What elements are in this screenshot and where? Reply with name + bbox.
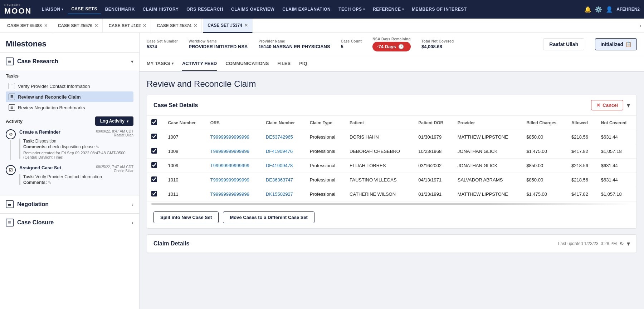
case-closure-label: Case Closure [17, 219, 54, 226]
nav-reference[interactable]: REFERENCE ▾ [369, 5, 408, 14]
row-not-covered: $631.44 [597, 159, 636, 173]
ors-link[interactable]: T99999999999999 [210, 163, 249, 168]
claim-number-link[interactable]: DF41909478 [266, 163, 293, 168]
row-ors[interactable]: T99999999999999 [206, 173, 262, 187]
nav-members[interactable]: MEMBERS OF INTEREST [408, 5, 470, 14]
nav-claims-overview[interactable]: CLAIMS OVERVIEW [228, 5, 278, 14]
user-avatar-icon[interactable]: 👤 [606, 6, 613, 13]
task-review-benchmarks[interactable]: ☰ Review Negotiation Benchmarks [6, 102, 133, 113]
close-icon[interactable]: ✕ [244, 23, 248, 28]
row-claim-type: Professional [306, 130, 345, 144]
row-checkbox-cell[interactable] [147, 187, 164, 201]
claim-number-link[interactable]: DF41909476 [266, 149, 293, 154]
status-button[interactable]: Initialized 📋 [595, 38, 637, 50]
move-cases-button[interactable]: Move Cases to a Different Case Set [223, 211, 314, 223]
row-checkbox-cell[interactable] [147, 144, 164, 159]
nav-tech-ops[interactable]: TECH OPS ▾ [335, 5, 369, 14]
row-checkbox[interactable] [151, 148, 157, 154]
row-claim-number[interactable]: DF41909478 [262, 159, 306, 173]
subtab-piq[interactable]: PIQ [299, 56, 307, 71]
row-checkbox[interactable] [151, 162, 157, 168]
task-review-reconcile[interactable]: ☰ Review and Reconcile Claim [6, 91, 133, 102]
row-checkbox[interactable] [151, 134, 157, 139]
row-ors[interactable]: T99999999999999 [206, 187, 262, 201]
case-set-number-value: 5374 [147, 44, 178, 49]
row-checkbox[interactable] [151, 176, 157, 182]
clock-icon: 🕐 [398, 44, 404, 49]
claim-number-link[interactable]: DE36363747 [266, 177, 293, 183]
row-ors[interactable]: T99999999999999 [206, 130, 262, 144]
tab-case-set-5488[interactable]: CASE SET #5488 ✕ [3, 19, 52, 33]
tab-case-set-5874[interactable]: CASE SET #5874 ✕ [152, 19, 202, 33]
row-ors[interactable]: T99999999999999 [206, 159, 262, 173]
milestone-negotiation-header[interactable]: ☰ Negotiation › [0, 195, 139, 213]
milestone-case-research-header[interactable]: ☰ Case Research ▾ [0, 53, 139, 70]
settings-icon[interactable]: ⚙️ [595, 6, 602, 13]
close-icon[interactable]: ✕ [194, 23, 197, 28]
activity-name: Assigned Case Set [19, 165, 61, 170]
case-set-number-block: Case Set Number 5374 [147, 39, 178, 49]
assignee-button[interactable]: Raafat Ullah [543, 38, 584, 50]
close-icon[interactable]: ✕ [143, 23, 146, 28]
refresh-icon[interactable]: ↻ [620, 241, 624, 246]
nav-claim-explanation[interactable]: CLAIM EXPLANATION [279, 5, 334, 14]
logo[interactable]: Naviguard. MOON [4, 3, 31, 16]
table-row: 1009 T99999999999999 DF41909478 Professi… [147, 159, 636, 173]
row-checkbox[interactable] [151, 191, 157, 196]
row-claim-type: Professional [306, 159, 345, 173]
row-claim-number[interactable]: DE36363747 [262, 173, 306, 187]
row-case-number: 1010 [164, 173, 206, 187]
ors-link[interactable]: T99999999999999 [210, 149, 249, 154]
row-provider: MATTHEW LIPPSTONE [453, 130, 522, 144]
activity-user: Cherie Sklar [96, 169, 133, 173]
cancel-button[interactable]: ✕ Cancel [591, 100, 623, 110]
case-count-label: Case Count [341, 39, 362, 43]
edit-icon[interactable]: ✎ [48, 180, 51, 185]
notifications-icon[interactable]: 🔔 [584, 6, 591, 13]
subtab-my-tasks[interactable]: MY TASKS ▾ [147, 56, 174, 71]
chevron-down-icon: ▾ [172, 61, 174, 65]
task-verify-contact[interactable]: ☰ Verify Provider Contact Information [6, 81, 133, 91]
clipboard-icon: 📋 [625, 41, 631, 47]
case-research-body: Tasks ☰ Verify Provider Contact Informat… [0, 70, 139, 195]
ors-link[interactable]: T99999999999999 [210, 191, 249, 197]
case-count-block: Case Count 5 [341, 39, 362, 49]
nav-case-sets[interactable]: CASE SETS [68, 4, 101, 14]
row-claim-number[interactable]: DF41909476 [262, 144, 306, 159]
provider-name-label: Provider Name [258, 39, 330, 43]
claim-number-link[interactable]: DE53742965 [266, 134, 293, 140]
claim-details-header: Claim Details Last updated 1/23/23, 3:28… [147, 235, 636, 253]
close-icon[interactable]: ✕ [94, 23, 98, 28]
claim-number-link[interactable]: DK15502927 [266, 191, 293, 197]
subtab-files[interactable]: FILES [277, 56, 291, 71]
collapse-button[interactable]: ▾ [627, 101, 630, 109]
split-case-set-button[interactable]: Split into New Case Set [153, 211, 219, 223]
username[interactable]: AFEHREN2 [616, 7, 640, 12]
select-all-checkbox[interactable] [151, 119, 157, 125]
row-checkbox-cell[interactable] [147, 173, 164, 187]
row-checkbox-cell[interactable] [147, 159, 164, 173]
close-icon[interactable]: ✕ [44, 23, 48, 28]
nav-benchmark[interactable]: BENCHMARK [102, 5, 138, 14]
ors-link[interactable]: T99999999999999 [210, 134, 249, 140]
nav-ors-research[interactable]: ORS RESEARCH [183, 5, 227, 14]
tab-case-set-5374[interactable]: CASE SET #5374 ✕ [203, 19, 253, 33]
log-activity-button[interactable]: Log Activity ▾ [95, 116, 133, 126]
main-layout: Milestones ☰ Case Research ▾ Tasks ☰ Ver… [0, 33, 644, 309]
edit-icon[interactable]: ✎ [96, 145, 99, 149]
row-claim-number[interactable]: DE53742965 [262, 130, 306, 144]
row-checkbox-cell[interactable] [147, 130, 164, 144]
nav-liaison[interactable]: LIAISON ▾ [38, 5, 67, 14]
nav-claim-history[interactable]: CLAIM HISTORY [139, 5, 182, 14]
row-ors[interactable]: T99999999999999 [206, 144, 262, 159]
subtab-communications[interactable]: COMMUNICATIONS [225, 56, 269, 71]
more-tabs-icon[interactable]: › [639, 23, 641, 29]
collapse-claim-details-button[interactable]: ▾ [627, 240, 630, 248]
tab-case-set-5576[interactable]: CASE SET #5576 ✕ [54, 19, 103, 33]
col-checkbox [147, 116, 164, 130]
subtab-activity-feed[interactable]: ACTIVITY FEED [182, 56, 217, 71]
row-claim-number[interactable]: DK15502927 [262, 187, 306, 201]
milestone-case-closure-header[interactable]: ☰ Case Closure › [0, 214, 139, 231]
ors-link[interactable]: T99999999999999 [210, 177, 249, 183]
tab-case-set-102[interactable]: CASE SET #102 ✕ [104, 19, 151, 33]
